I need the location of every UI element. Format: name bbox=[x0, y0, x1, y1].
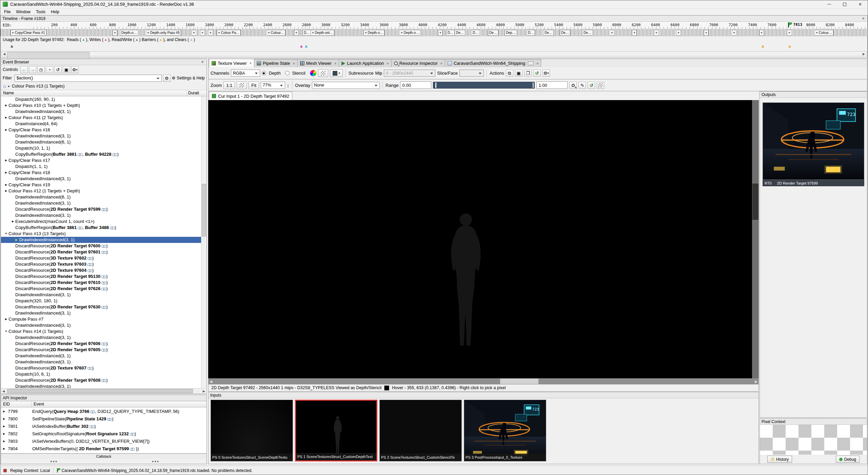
stencil-radio[interactable] bbox=[285, 71, 290, 75]
menu-file[interactable]: File bbox=[1, 10, 13, 14]
hscroll-thumb[interactable] bbox=[500, 379, 539, 384]
timeline-ruler[interactable]: EID: 20040060080010001200140016001800200… bbox=[1, 22, 867, 29]
column-eid[interactable]: EID bbox=[1, 401, 32, 407]
expand-arrow[interactable]: ▶ bbox=[3, 447, 5, 450]
resource-link-icon[interactable] bbox=[110, 227, 114, 229]
pass-chip[interactable]: D… bbox=[527, 30, 535, 36]
pass-chip[interactable]: + Depth-onl… bbox=[311, 30, 334, 36]
event-row[interactable]: ▶Copy/Clear Pass #17 bbox=[1, 157, 206, 164]
scroll-right-icon[interactable]: ▶ bbox=[753, 378, 759, 384]
scroll-right-icon[interactable]: ▶ bbox=[201, 388, 206, 394]
pass-chip[interactable]: + Depth-o… bbox=[399, 30, 420, 36]
goto-resource-button[interactable]: ↺ bbox=[533, 70, 541, 77]
resource-link-icon[interactable] bbox=[78, 227, 82, 229]
maximize-button[interactable] bbox=[837, 0, 852, 8]
tab-resource-inspector[interactable]: Resource Inspector× bbox=[391, 59, 445, 67]
event-row[interactable]: DiscardResource(2D Render Target 97599) bbox=[1, 206, 206, 212]
timeline-scrollbar[interactable]: ◀ ▶ bbox=[1, 51, 867, 56]
api-row[interactable]: ▶7801IASetIndexBuffer(Buffer 302) bbox=[1, 422, 206, 430]
vscroll-thumb[interactable] bbox=[202, 184, 206, 236]
tab-launch-application[interactable]: Launch Application× bbox=[339, 59, 392, 67]
pass-chip[interactable]: + bbox=[208, 30, 213, 36]
resource-link-icon[interactable] bbox=[87, 269, 92, 272]
menu-tools[interactable]: Tools bbox=[33, 10, 48, 14]
current-eid-flag[interactable]: 7813 bbox=[788, 22, 803, 27]
viewport-vscrollbar[interactable] bbox=[752, 100, 759, 378]
close-icon[interactable]: × bbox=[440, 61, 442, 65]
callstack-bar[interactable]: Callstack bbox=[1, 453, 206, 459]
input-thumbnail[interactable]: PS 2 SceneTexturesStruct_CustomStencilTe bbox=[379, 400, 462, 461]
resource-link-icon[interactable] bbox=[90, 425, 94, 428]
event-row[interactable]: DrawIndexedInstanced(3, 1) bbox=[1, 176, 206, 182]
expand-arrow[interactable]: ▶ bbox=[4, 127, 8, 133]
event-row[interactable]: ▼Colour Pass #13 (13 Targets) bbox=[1, 231, 206, 237]
edit-range-button[interactable]: ✎ bbox=[578, 82, 586, 89]
jump-forward-button[interactable]: → bbox=[29, 66, 36, 73]
texture-canvas[interactable] bbox=[208, 100, 759, 378]
pass-chip[interactable]: + bbox=[732, 30, 736, 36]
resource-link-icon[interactable] bbox=[101, 282, 106, 284]
timeline-passbar[interactable]: + Copy/Clear Pass #1+Depth-o…+ Depth-onl… bbox=[1, 29, 867, 36]
resource-link-icon[interactable] bbox=[78, 153, 82, 156]
input-thumbnail[interactable]: PS 0 SceneTexturesStruct_SceneDepthTextu bbox=[211, 400, 293, 461]
range-white-handle[interactable] bbox=[533, 82, 534, 88]
range-min-input[interactable]: 0.00 bbox=[400, 81, 431, 89]
event-row[interactable]: DrawInstanced(4, 64) bbox=[1, 121, 206, 127]
scroll-left-icon[interactable]: ◀ bbox=[1, 388, 6, 394]
menu-help[interactable]: Help bbox=[48, 10, 62, 14]
mip-select[interactable]: 0 - 2560x1440 bbox=[384, 70, 435, 77]
resource-link-icon[interactable] bbox=[112, 153, 117, 156]
pass-chip[interactable]: + bbox=[787, 30, 792, 36]
pass-chip[interactable]: Depth-o… bbox=[120, 30, 138, 36]
clock-button[interactable]: ◔ bbox=[46, 66, 53, 73]
api-row[interactable]: ▶7803IASetVertexBuffers(0, D3D12_VERTEX_… bbox=[1, 437, 206, 445]
event-row[interactable]: DiscardResource(2D Render Target 97605) bbox=[1, 347, 206, 353]
slice-face-select[interactable] bbox=[459, 70, 484, 77]
pass-chip[interactable]: De… bbox=[560, 30, 570, 36]
event-row[interactable]: DrawIndexedInstanced(3, 1) bbox=[1, 359, 206, 365]
expand-arrow[interactable]: ▶ bbox=[4, 115, 8, 121]
event-row[interactable]: DrawIndexedInstanced(3, 1) bbox=[1, 353, 206, 359]
scroll-right-icon[interactable]: ▶ bbox=[861, 52, 866, 56]
column-name[interactable]: Name bbox=[1, 90, 187, 96]
resource-link-icon[interactable] bbox=[101, 288, 106, 290]
vscroll-thumb[interactable] bbox=[752, 184, 758, 220]
output-thumbnail[interactable]: 723 bbox=[763, 102, 864, 180]
column-event[interactable]: Event bbox=[32, 401, 206, 407]
close-button[interactable]: × bbox=[852, 0, 868, 8]
splitter-grip-icon[interactable]: ●●● bbox=[152, 460, 159, 463]
input-thumbnail[interactable]: 723 PS 3 PostProcessInput_0_Texture bbox=[464, 400, 546, 461]
event-browser-hscrollbar[interactable]: ◀ ▶ bbox=[1, 388, 206, 394]
debug-button[interactable]: Debug bbox=[836, 456, 860, 463]
overlay-select[interactable]: None bbox=[312, 82, 380, 89]
zoom-1to1-button[interactable]: 1:1 bbox=[223, 81, 235, 89]
api-row[interactable]: ▶7800SetPipelineState(Pipeline State 142… bbox=[1, 415, 206, 422]
resource-link-icon[interactable] bbox=[101, 245, 106, 247]
pass-chip[interactable]: D… bbox=[446, 30, 455, 36]
reset-range-button[interactable]: ↺ bbox=[588, 82, 595, 89]
channels-select[interactable]: RGBA bbox=[231, 70, 260, 77]
event-row[interactable]: Dispatch(10, 1, 1) bbox=[1, 145, 206, 151]
filter-input[interactable]: $action() bbox=[15, 75, 162, 82]
pass-chip[interactable]: + bbox=[632, 30, 637, 36]
pass-chip[interactable]: + Depth-only Pass #5 bbox=[146, 30, 181, 36]
expand-arrow[interactable]: ▼ bbox=[4, 328, 8, 335]
pass-chip[interactable]: + bbox=[654, 30, 659, 36]
pass-chip[interactable]: De… bbox=[543, 30, 554, 36]
expand-arrow[interactable]: ▶ bbox=[4, 182, 8, 188]
save-action-button[interactable]: ▣ bbox=[515, 70, 522, 77]
event-row[interactable]: Dispatch(320, 180, 1) bbox=[1, 298, 206, 304]
resource-link-icon[interactable] bbox=[107, 418, 112, 420]
pass-chip[interactable]: + Colour… bbox=[267, 30, 285, 36]
api-row[interactable]: ▶7799EndQuery(Query Heap 3766, D3D12_QUE… bbox=[1, 407, 206, 415]
event-row[interactable]: DrawIndexedInstanced(3, 1) bbox=[1, 383, 206, 388]
event-row[interactable]: ▼Colour Pass #14 (1 Targets) bbox=[1, 328, 206, 335]
timeline-close-icon[interactable]: × bbox=[861, 16, 866, 21]
range-slider[interactable] bbox=[433, 82, 535, 89]
texture-tab[interactable]: Cur Input 1 - 2D Depth Target 97492 bbox=[209, 92, 292, 100]
event-row[interactable]: Dispatch(1, 1, 1) bbox=[1, 164, 206, 170]
export-button[interactable]: ▣ bbox=[63, 66, 70, 73]
event-row[interactable]: ▶DrawIndexedInstanced(3, 1) bbox=[1, 237, 206, 243]
event-row[interactable]: ▶Copy/Clear Pass #16 bbox=[1, 127, 206, 133]
event-row[interactable]: CopyBufferRegion(Buffer 3861, Buffer 348… bbox=[1, 225, 206, 231]
